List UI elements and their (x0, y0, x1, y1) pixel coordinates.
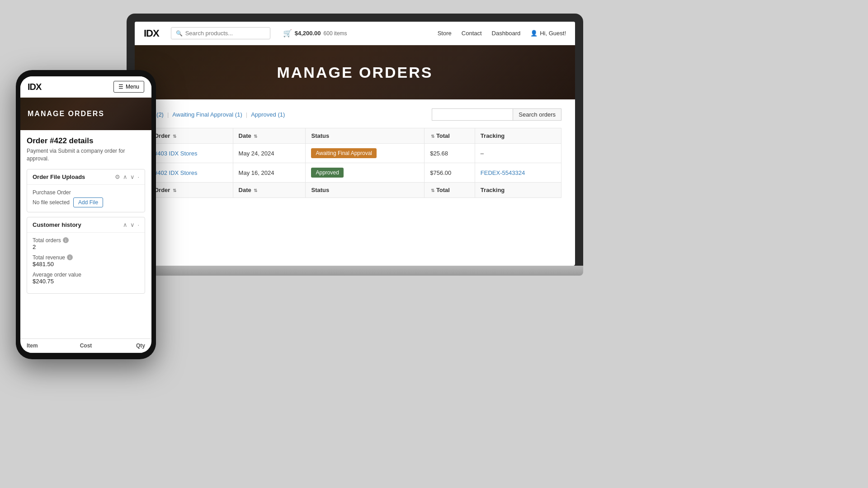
phone-topbar: IDX ☰ Menu (20, 76, 151, 98)
total-revenue-label: Total revenue (33, 254, 65, 261)
col-total[interactable]: ⇅ Total (425, 128, 475, 144)
file-row: No file selected Add File (33, 197, 139, 207)
orders-filter-bar: All (2) | Awaiting Final Approval (1) | … (148, 108, 561, 121)
foot-col-tracking: Tracking (475, 183, 561, 198)
no-file-text: No file selected (33, 199, 70, 206)
foot-col-order[interactable]: Order ⇅ (149, 183, 233, 198)
chevron-down-icon[interactable]: ∨ (130, 174, 135, 180)
total-cell: $25.68 (425, 144, 475, 163)
chevron-up-icon[interactable]: ∧ (123, 174, 127, 180)
customer-history-icons: ∧ ∨ · (123, 221, 139, 228)
foot-order-sort-icon: ⇅ (173, 188, 176, 193)
laptop-cart[interactable]: 🛒 $4,200.00 600 items (283, 29, 347, 38)
foot-total-sort-icon: ⇅ (431, 188, 434, 193)
phone-item-table: Item Cost Qty (20, 338, 151, 353)
laptop-search-input[interactable] (185, 30, 265, 37)
customer-history-title: Customer history (33, 221, 81, 228)
col-status: Status (306, 128, 425, 144)
status-cell: Approved (306, 163, 425, 183)
total-sort-icon: ⇅ (431, 134, 434, 139)
total-cell: $756.00 (425, 163, 475, 183)
item-col-cost: Cost (66, 343, 105, 349)
foot-col-total[interactable]: ⇅ Total (425, 183, 475, 198)
search-orders-input[interactable] (432, 108, 513, 121)
phone-menu-button[interactable]: ☰ Menu (113, 81, 144, 93)
laptop-search-icon: 🔍 (176, 30, 183, 37)
file-uploads-title: Order File Uploads (33, 174, 85, 180)
laptop-base (127, 266, 583, 276)
customer-history-header: Customer history ∧ ∨ · (27, 217, 145, 233)
search-orders-button[interactable]: Search orders (513, 108, 561, 121)
total-orders-info-icon[interactable]: i (63, 237, 69, 243)
date-cell: May 16, 2024 (233, 163, 306, 183)
laptop-screen: IDX 🔍 🛒 $4,200.00 600 items Store Contac… (135, 22, 575, 266)
item-col-qty: Qty (106, 343, 145, 349)
nav-contact[interactable]: Contact (462, 30, 482, 37)
status-badge: Approved (311, 168, 343, 178)
phone-logo: IDX (28, 82, 41, 92)
user-icon: 👤 (530, 30, 538, 37)
total-orders-label: Total orders (33, 237, 61, 244)
file-uploads-card: Order File Uploads ⚙ ∧ ∨ · Purchase Orde… (27, 169, 145, 212)
close-icon[interactable]: · (137, 174, 139, 180)
col-date[interactable]: Date ⇅ (233, 128, 306, 144)
customer-history-body: Total orders i 2 Total revenue i $481.50 (27, 233, 145, 293)
order-link[interactable]: #402 IDX Stores (154, 169, 197, 176)
tracking-cell: – (475, 144, 561, 163)
tracking-cell: FEDEX-5543324 (475, 163, 561, 183)
laptop-topbar: IDX 🔍 🛒 $4,200.00 600 items Store Contac… (135, 22, 575, 45)
hamburger-icon: ☰ (118, 84, 123, 90)
add-file-button[interactable]: Add File (73, 197, 103, 207)
tracking-link[interactable]: FEDEX-5543324 (481, 169, 525, 176)
phone-order-sub: Payment via Submit a company order for a… (27, 147, 145, 163)
nav-store[interactable]: Store (438, 30, 452, 37)
tracking-dash: – (481, 150, 484, 157)
col-order[interactable]: Order ⇅ (149, 128, 233, 144)
order-sort-icon: ⇅ (173, 134, 176, 139)
filter-tabs: All (2) | Awaiting Final Approval (1) | … (148, 111, 285, 118)
phone-item-header-row: Item Cost Qty (20, 339, 151, 353)
laptop: IDX 🔍 🛒 $4,200.00 600 items Store Contac… (127, 14, 583, 321)
nav-dashboard[interactable]: Dashboard (492, 30, 521, 37)
order-cell: #403 IDX Stores (149, 144, 233, 163)
stat-total-revenue: Total revenue i $481.50 (33, 254, 139, 267)
close-icon-2[interactable]: · (137, 221, 139, 228)
cart-icon: 🛒 (283, 29, 292, 38)
customer-history-card: Customer history ∧ ∨ · Total orders i 2 (27, 217, 145, 294)
phone-content: Order #422 details Payment via Submit a … (20, 130, 151, 338)
foot-col-date[interactable]: Date ⇅ (233, 183, 306, 198)
file-uploads-body: Purchase Order No file selected Add File (27, 185, 145, 212)
chevron-up-icon-2[interactable]: ∧ (123, 221, 127, 228)
phone: IDX ☰ Menu MANAGE ORDERS Order #422 deta… (16, 70, 156, 359)
laptop-search-bar: 🔍 (171, 27, 270, 39)
total-orders-value: 2 (33, 244, 139, 250)
phone-hero-title: MANAGE ORDERS (28, 110, 104, 118)
foot-col-status: Status (306, 183, 425, 198)
filter-awaiting[interactable]: Awaiting Final Approval (1) (172, 111, 242, 118)
nav-user[interactable]: 👤 Hi, Guest! (530, 30, 566, 37)
status-cell: Awaiting Final Approval (306, 144, 425, 163)
orders-table: Order ⇅ Date ⇅ Status ⇅ (148, 128, 561, 198)
purchase-order-label: Purchase Order (33, 189, 139, 196)
avg-order-value: $240.75 (33, 278, 139, 285)
date-cell: May 24, 2024 (233, 144, 306, 163)
table-row: #402 IDX Stores May 16, 2024 Approved $7… (149, 163, 561, 183)
stat-total-orders: Total orders i 2 (33, 237, 139, 250)
laptop-hero-title: MANAGE ORDERS (277, 64, 433, 81)
laptop-logo: IDX (144, 28, 159, 39)
date-sort-icon: ⇅ (254, 134, 257, 139)
foot-date-sort-icon: ⇅ (254, 188, 257, 193)
total-revenue-value: $481.50 (33, 261, 139, 267)
chevron-down-icon-2[interactable]: ∨ (130, 221, 135, 228)
order-link[interactable]: #403 IDX Stores (154, 150, 197, 157)
filter-approved[interactable]: Approved (1) (251, 111, 285, 118)
gear-icon[interactable]: ⚙ (115, 174, 120, 180)
total-revenue-info-icon[interactable]: i (67, 254, 73, 260)
order-cell: #402 IDX Stores (149, 163, 233, 183)
cart-amount: $4,200.00 (295, 30, 321, 37)
menu-label: Menu (126, 84, 139, 90)
avg-order-label: Average order value (33, 272, 81, 278)
file-uploads-icons: ⚙ ∧ ∨ · (115, 174, 139, 180)
laptop-hero: MANAGE ORDERS (135, 45, 575, 99)
phone-hero: MANAGE ORDERS (20, 98, 151, 130)
